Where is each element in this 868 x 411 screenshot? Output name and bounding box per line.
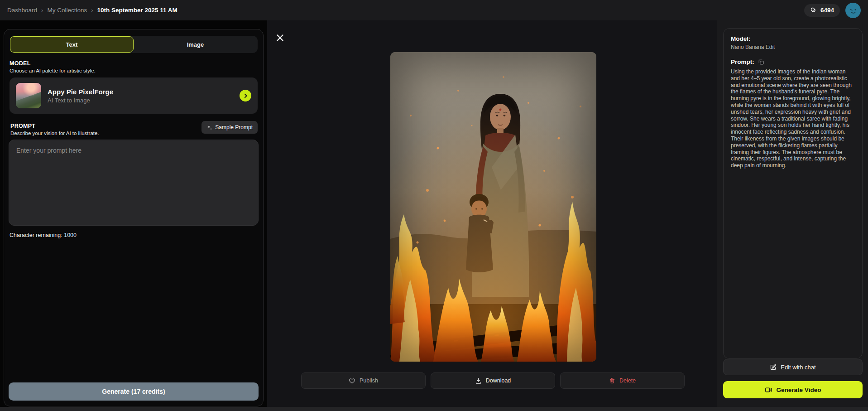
prompt-section-subheading: Describe your vision for AI to illustrat… <box>10 131 99 136</box>
coins-icon <box>810 7 817 14</box>
model-selector-card[interactable]: Appy Pie PixelForge AI Text to Image <box>10 77 258 114</box>
chevron-right-icon <box>243 93 249 99</box>
prompt-section-heading: PROMPT <box>10 123 99 129</box>
tab-text[interactable]: Text <box>10 36 134 53</box>
model-thumbnail <box>16 83 41 108</box>
close-viewer-button[interactable] <box>274 32 285 43</box>
download-label: Download <box>486 377 511 384</box>
prompt-label: Prompt: <box>731 58 754 65</box>
sample-prompt-button[interactable]: Sample Prompt <box>201 121 258 134</box>
details-panel: Model: Nano Banana Edit Prompt: Using th… <box>717 20 868 407</box>
bottom-strip <box>0 407 868 411</box>
model-chevron-button[interactable] <box>240 90 251 102</box>
copy-prompt-icon[interactable] <box>758 59 764 65</box>
close-icon <box>275 33 285 43</box>
generated-image-art <box>390 52 596 362</box>
credits-count: 6494 <box>820 7 834 14</box>
edit-with-chat-button[interactable]: Edit with chat <box>723 359 863 375</box>
model-label: Model: <box>731 35 855 42</box>
breadcrumb-my-collections[interactable]: My Collections <box>47 7 87 14</box>
tab-image[interactable]: Image <box>134 36 257 53</box>
video-camera-icon <box>765 386 772 394</box>
delete-button[interactable]: Delete <box>560 372 685 389</box>
breadcrumb-separator: › <box>91 7 93 14</box>
image-viewer: Publish Download Delete <box>267 20 717 407</box>
edit-pencil-icon <box>770 364 777 371</box>
top-bar: Dashboard › My Collections › 10th Septem… <box>0 0 868 20</box>
generate-button[interactable]: Generate (17 credits) <box>9 382 259 401</box>
model-name: Appy Pie PixelForge <box>48 88 113 96</box>
download-button[interactable]: Download <box>431 372 555 389</box>
prompt-input[interactable] <box>9 140 259 226</box>
publish-label: Publish <box>360 377 378 384</box>
topbar-right: 6494 <box>804 3 861 18</box>
breadcrumb-dashboard[interactable]: Dashboard <box>7 7 37 14</box>
character-remaining: Character remaining: 1000 <box>10 232 258 238</box>
sparkle-icon <box>206 125 212 131</box>
mode-tabbar: Text Image <box>10 36 258 53</box>
credits-pill[interactable]: 6494 <box>804 4 840 17</box>
heart-icon <box>349 377 355 384</box>
generate-video-label: Generate Video <box>777 387 821 393</box>
breadcrumb-separator: › <box>41 7 43 14</box>
prompt-text: Using the provided images of the Indian … <box>731 68 855 169</box>
sample-prompt-label: Sample Prompt <box>215 124 253 131</box>
image-actions: Publish Download Delete <box>301 372 685 389</box>
user-avatar[interactable] <box>845 3 861 18</box>
model-value: Nano Banana Edit <box>731 44 855 50</box>
trash-icon <box>609 377 615 384</box>
model-section-subheading: Choose an AI palette for artistic style. <box>10 68 258 73</box>
download-icon <box>475 377 482 384</box>
generated-image <box>390 52 596 362</box>
generation-panel: Text Image MODEL Choose an AI palette fo… <box>4 29 264 406</box>
delete-label: Delete <box>619 377 636 384</box>
breadcrumb-current-collection: 10th September 2025 11 AM <box>97 7 177 14</box>
model-type: AI Text to Image <box>48 97 113 104</box>
breadcrumb: Dashboard › My Collections › 10th Septem… <box>7 7 177 14</box>
publish-button[interactable]: Publish <box>301 372 426 389</box>
details-card: Model: Nano Banana Edit Prompt: Using th… <box>723 28 863 359</box>
edit-with-chat-label: Edit with chat <box>781 364 815 371</box>
model-section-heading: MODEL <box>10 60 258 67</box>
generate-video-button[interactable]: Generate Video <box>723 381 863 398</box>
